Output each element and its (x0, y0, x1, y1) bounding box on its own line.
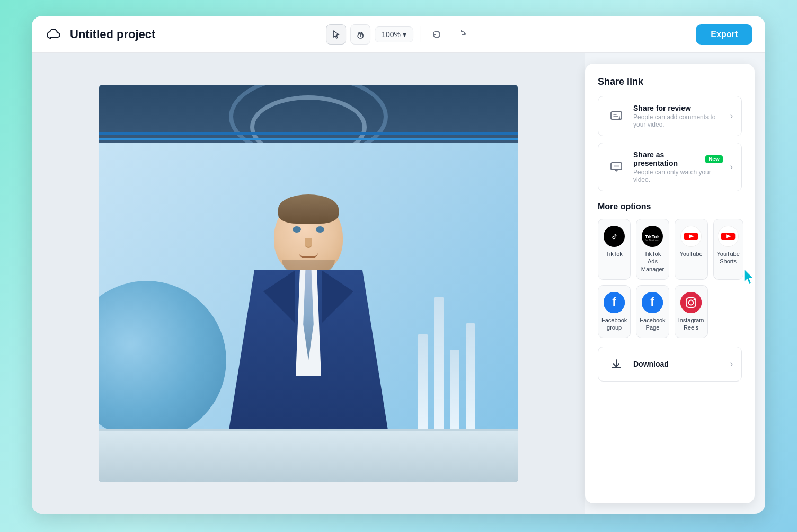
social-item-youtube[interactable]: YouTube (675, 219, 708, 280)
share-review-text: Share for review People can add comments… (633, 104, 723, 128)
tiktok-ads-icon: TikTok for Business (642, 226, 663, 247)
header-center: 100% ▾ (326, 24, 471, 45)
download-option[interactable]: Download › (598, 347, 742, 382)
svg-text:f: f (651, 295, 655, 308)
share-review-chevron: › (730, 111, 733, 121)
share-link-title: Share link (598, 76, 742, 87)
app-container: Untitled project 100% ▾ (32, 16, 765, 514)
bg-bar-2 (450, 350, 459, 429)
share-presentation-option[interactable]: Share as presentation New People can onl… (598, 143, 742, 191)
social-item-instagram-reels[interactable]: Instagram Reels (675, 285, 708, 339)
social-item-youtube-shorts[interactable]: YouTube Shorts (713, 219, 743, 280)
tiktok-label: TikTok (606, 250, 622, 258)
video-frame (99, 85, 518, 482)
toolbar-divider (420, 26, 420, 42)
facebook-group-icon: f (604, 292, 625, 313)
facebook-page-icon: f (642, 292, 663, 313)
tiktok-ads-label: TikTok Ads Manager (640, 250, 665, 273)
share-presentation-chevron: › (730, 162, 733, 172)
cloud-icon[interactable] (45, 25, 64, 44)
youtube-shorts-label: YouTube Shorts (717, 250, 740, 265)
share-for-review-option[interactable]: Share for review People can add comments… (598, 96, 742, 136)
header: Untitled project 100% ▾ (32, 16, 765, 53)
tiktok-icon (604, 226, 625, 247)
facebook-group-label: Facebook group (601, 316, 627, 332)
share-presentation-text: Share as presentation New People can onl… (633, 150, 723, 183)
share-presentation-icon (607, 157, 626, 176)
redo-button[interactable] (451, 24, 471, 45)
zoom-button[interactable]: 100% ▾ (375, 26, 413, 42)
youtube-icon (680, 226, 702, 247)
svg-text:f: f (612, 295, 616, 308)
select-tool-button[interactable] (326, 24, 346, 45)
instagram-reels-label: Instagram Reels (678, 316, 704, 332)
svg-point-4 (608, 230, 620, 242)
person-eye-right (316, 226, 324, 233)
undo-button[interactable] (427, 24, 447, 45)
video-area (32, 53, 585, 514)
hand-tool-button[interactable] (350, 24, 370, 45)
download-chevron: › (730, 359, 733, 369)
social-grid: TikTok TikTok for Business TikTok Ads Ma… (598, 219, 742, 338)
export-panel: Share link Share for review People can a… (585, 64, 755, 503)
person (218, 199, 398, 440)
person-mouth (299, 252, 318, 258)
svg-point-18 (680, 292, 702, 313)
youtube-label: YouTube (679, 250, 702, 258)
person-eye-left (293, 226, 301, 233)
person-nose (305, 238, 312, 248)
social-item-facebook-group[interactable]: f Facebook group (598, 285, 631, 339)
instagram-reels-icon (680, 292, 702, 313)
download-label: Download (633, 360, 723, 368)
svg-rect-3 (614, 165, 619, 167)
cursor (742, 268, 755, 289)
new-badge: New (705, 155, 723, 163)
svg-point-21 (694, 298, 695, 300)
bg-stripe-1 (99, 132, 518, 135)
desk (99, 429, 518, 482)
header-right: Export (696, 24, 752, 45)
bg-bar-3 (434, 297, 444, 429)
social-item-tiktok[interactable]: TikTok (598, 219, 631, 280)
bg-bar-1 (466, 323, 475, 429)
share-review-title: Share for review (633, 104, 723, 112)
more-options-title: More options (598, 202, 742, 211)
person-head (274, 199, 343, 276)
share-presentation-title: Share as presentation New (633, 150, 723, 167)
person-hair (278, 194, 339, 224)
download-icon (607, 354, 626, 374)
share-presentation-desc: People can only watch your video. (633, 169, 723, 183)
project-title: Untitled project (70, 28, 155, 41)
youtube-shorts-icon (718, 226, 739, 247)
main-content: Share link Share for review People can a… (32, 53, 765, 514)
share-review-icon (607, 107, 626, 126)
social-item-tiktok-ads[interactable]: TikTok for Business TikTok Ads Manager (636, 219, 669, 280)
video-scene (99, 85, 518, 482)
facebook-page-label: Facebook Page (640, 316, 665, 332)
svg-point-1 (619, 118, 621, 120)
header-left: Untitled project (45, 25, 155, 44)
person-body (218, 270, 398, 440)
bg-stripe-2 (99, 138, 518, 140)
bg-bar-4 (418, 334, 428, 429)
person-eyes (274, 226, 343, 233)
share-review-desc: People can add comments to your video. (633, 113, 723, 128)
export-button[interactable]: Export (696, 24, 752, 45)
svg-text:for Business: for Business (645, 238, 659, 242)
social-item-facebook-page[interactable]: f Facebook Page (636, 285, 669, 339)
